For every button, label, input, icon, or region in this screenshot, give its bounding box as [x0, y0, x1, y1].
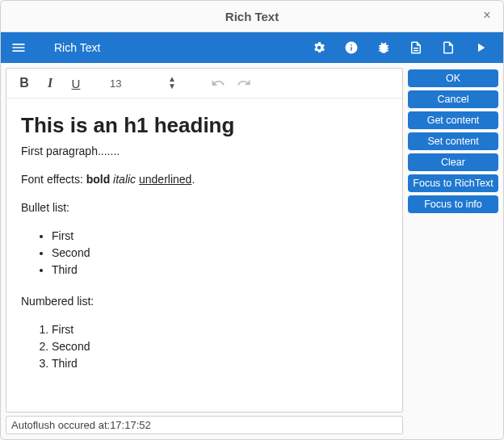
set-content-button[interactable]: Set content [408, 132, 498, 150]
bullet-list: First Second Third [21, 228, 388, 279]
get-content-button[interactable]: Get content [408, 111, 498, 129]
app-title: Rich Text [54, 41, 100, 54]
bold-sample: bold [86, 173, 111, 186]
list-item: Second [52, 245, 388, 262]
editor-content[interactable]: This is an h1 heading First paragraph...… [6, 98, 402, 412]
paragraph-first: First paragraph....... [21, 143, 388, 160]
list-item: Third [52, 355, 388, 372]
document-icon[interactable] [403, 35, 429, 61]
italic-sample: italic [113, 173, 136, 186]
underline-button[interactable]: U [65, 72, 87, 94]
titlebar: Rich Text × [1, 1, 503, 32]
list-item: First [52, 321, 388, 338]
action-buttons-column: OK Cancel Get content Set content Clear … [408, 68, 498, 434]
focus-richtext-button[interactable]: Focus to RichText [408, 174, 498, 192]
bullet-list-label: Bullet list: [21, 199, 388, 216]
font-size-select[interactable]: 13 ▲▼ [105, 73, 179, 94]
effects-prefix: Font effects: [21, 173, 86, 186]
app-bar: Rich Text [1, 32, 503, 63]
close-icon[interactable]: × [479, 7, 495, 23]
focus-info-button[interactable]: Focus to info [408, 195, 498, 213]
list-item: Third [52, 262, 388, 279]
list-item: Second [52, 338, 388, 355]
debug-icon[interactable] [371, 35, 397, 61]
chevron-up-down-icon: ▲▼ [168, 75, 176, 90]
list-item: First [52, 228, 388, 245]
gear-icon[interactable] [306, 35, 332, 61]
clear-button[interactable]: Clear [408, 153, 498, 171]
play-icon[interactable] [468, 35, 494, 61]
left-column: B I U 13 ▲▼ This is an h [6, 68, 403, 434]
window-title: Rich Text [225, 10, 279, 23]
redo-button[interactable] [233, 72, 255, 94]
paragraph-effects: Font effects: bold italic underlined. [21, 171, 388, 188]
heading-h1: This is an h1 heading [21, 113, 388, 138]
numbered-list-label: Numbered list: [21, 293, 388, 310]
app-window: Rich Text × Rich Text B [0, 0, 504, 440]
info-icon[interactable] [338, 35, 364, 61]
hamburger-menu-icon[interactable] [7, 36, 30, 59]
editor-panel: B I U 13 ▲▼ This is an h [6, 68, 403, 413]
underline-sample: underlined [139, 173, 191, 186]
editor-toolbar: B I U 13 ▲▼ [6, 69, 402, 98]
effects-suffix: . [191, 173, 195, 186]
ok-button[interactable]: OK [408, 69, 498, 87]
status-bar: Autoflush occured at:17:17:52 [6, 416, 403, 434]
numbered-list: First Second Third [21, 321, 388, 372]
body-area: B I U 13 ▲▼ This is an h [1, 63, 503, 439]
bold-button[interactable]: B [13, 72, 36, 94]
italic-button[interactable]: I [39, 72, 61, 94]
font-size-value: 13 [110, 78, 121, 90]
cancel-button[interactable]: Cancel [408, 90, 498, 108]
undo-button[interactable] [207, 72, 229, 94]
new-document-icon[interactable] [435, 35, 461, 61]
